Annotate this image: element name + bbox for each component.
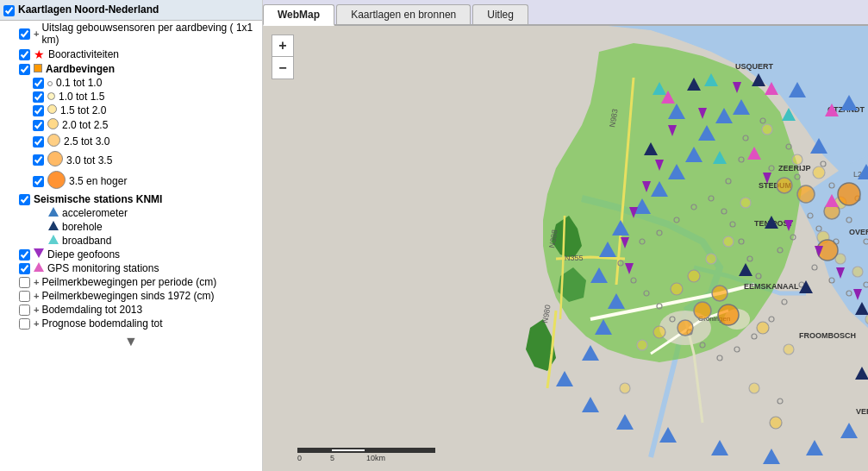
eq15-checkbox[interactable] bbox=[33, 91, 44, 103]
scroll-down-arrow[interactable]: ▼ bbox=[0, 330, 262, 353]
svg-point-81 bbox=[688, 270, 700, 282]
purpletridown-icon bbox=[34, 248, 44, 261]
scale-label-0: 0 bbox=[297, 454, 330, 462]
broadband-label: broadband bbox=[62, 235, 111, 247]
svg-text:EEMSKANAAL: EEMSKANAAL bbox=[744, 282, 799, 291]
gps-checkbox[interactable] bbox=[19, 263, 30, 274]
seismisch-label: Seismische stations KNMI bbox=[34, 193, 162, 205]
scale-label-10: 10km bbox=[366, 454, 385, 462]
redstar-icon: ★ bbox=[34, 47, 45, 61]
sidebar-item-seismisch: Seismische stations KNMI bbox=[0, 192, 262, 206]
svg-text:FROOMBOSCH: FROOMBOSCH bbox=[799, 331, 856, 340]
map-svg: N983 N355 N980 N388 L2 USQUERT OTZANDT Z… bbox=[263, 26, 868, 471]
svg-point-100 bbox=[694, 302, 711, 319]
peil1-checkbox[interactable] bbox=[19, 277, 30, 288]
zoom-out-button[interactable]: − bbox=[272, 57, 294, 79]
borehole-label: borehole bbox=[62, 221, 103, 233]
svg-point-77 bbox=[852, 267, 863, 277]
svg-point-86 bbox=[784, 344, 794, 355]
eq25-icon bbox=[47, 118, 59, 132]
tab-kaartlagen[interactable]: Kaartlagen en bronnen bbox=[336, 4, 471, 24]
darktri-icon bbox=[48, 221, 59, 233]
svg-point-80 bbox=[706, 254, 716, 264]
svg-point-72 bbox=[792, 154, 802, 165]
svg-text:USQUERT: USQUERT bbox=[735, 62, 774, 71]
sidebar-item-gps: GPS monitoring stations bbox=[0, 261, 262, 275]
eq30-checkbox[interactable] bbox=[33, 136, 44, 148]
seismisch-checkbox[interactable] bbox=[19, 194, 30, 205]
sidebar-item-eq15: 1.0 tot 1.5 bbox=[0, 90, 262, 104]
peil2-checkbox[interactable] bbox=[19, 291, 30, 302]
sidebar-item-eq01: 0.1 tot 1.0 bbox=[0, 76, 262, 90]
zoom-in-button[interactable]: + bbox=[272, 35, 294, 57]
sidebar-item-bodem2013: + Bodemdaling tot 2013 bbox=[0, 303, 262, 317]
sidebar-item-boor: ★ Booractiviteiten bbox=[0, 47, 262, 62]
right-panel: WebMap Kaartlagen en bronnen Uitleg bbox=[263, 0, 868, 471]
svg-point-92 bbox=[770, 417, 782, 429]
pinktri-icon bbox=[34, 262, 44, 274]
eq01-icon bbox=[47, 77, 53, 89]
plus-icon: + bbox=[34, 28, 39, 39]
bodem2013-label: Bodemdaling tot 2013 bbox=[41, 304, 142, 316]
svg-point-71 bbox=[762, 124, 772, 135]
eq25-checkbox[interactable] bbox=[33, 120, 44, 131]
svg-point-82 bbox=[671, 283, 683, 295]
diepe-checkbox[interactable] bbox=[19, 249, 30, 261]
svg-point-93 bbox=[620, 383, 630, 393]
scale-bar: 0 5 10km bbox=[297, 448, 435, 462]
eq30-label: 2.5 tot 3.0 bbox=[64, 135, 109, 148]
sidebar-item-uitslag: + Uitslag gebouwsensoren per aardbeving … bbox=[0, 21, 262, 47]
eq30-icon bbox=[47, 134, 60, 149]
gps-label: GPS monitoring stations bbox=[47, 262, 159, 274]
eq35-label: 3.0 tot 3.5 bbox=[66, 154, 112, 166]
aard-label: Aardbevingen bbox=[46, 63, 115, 75]
aard-checkbox[interactable] bbox=[19, 64, 30, 75]
sidebar-item-aardbevingen: Aardbevingen bbox=[0, 62, 262, 76]
acc-label: accelerometer bbox=[62, 207, 128, 219]
sidebar: Kaartlagen Noord-Nederland + Uitslag geb… bbox=[0, 0, 263, 471]
tab-uitleg[interactable]: Uitleg bbox=[472, 4, 528, 24]
sidebar-item-acc: accelerometer bbox=[0, 206, 262, 220]
svg-text:ZEERIJP: ZEERIJP bbox=[778, 164, 811, 173]
bodem2013-checkbox[interactable] bbox=[19, 305, 30, 316]
eq40-label: 3.5 en hoger bbox=[69, 175, 127, 187]
svg-text:VEENDAM: VEENDAM bbox=[856, 407, 868, 416]
eq40-checkbox[interactable] bbox=[33, 176, 44, 187]
eq35-icon bbox=[47, 151, 63, 169]
zoom-controls: + − bbox=[272, 35, 294, 79]
prognose-checkbox[interactable] bbox=[19, 318, 30, 330]
peil1-label: Peilmerkbewegingen per periode (cm) bbox=[41, 276, 216, 288]
diepe-label: Diepe geofoons bbox=[47, 248, 120, 261]
svg-point-85 bbox=[757, 322, 769, 334]
eq35-checkbox[interactable] bbox=[33, 154, 44, 166]
plus-icon3: + bbox=[34, 291, 39, 301]
svg-text:OVERSCHILD: OVERSCHILD bbox=[849, 228, 868, 236]
plus-icon4: + bbox=[34, 305, 39, 315]
sidebar-item-broadband: broadband bbox=[0, 234, 262, 248]
eq20-checkbox[interactable] bbox=[33, 105, 44, 116]
cyantri-icon bbox=[48, 235, 59, 247]
svg-point-79 bbox=[723, 236, 734, 247]
eq15-icon bbox=[47, 91, 55, 103]
uitslag-checkbox[interactable] bbox=[19, 28, 30, 40]
svg-point-104 bbox=[718, 305, 739, 325]
aard-icon bbox=[34, 63, 42, 75]
svg-point-99 bbox=[712, 286, 727, 301]
boor-checkbox[interactable] bbox=[19, 49, 30, 60]
sidebar-item-diepe: Diepe geofoons bbox=[0, 248, 262, 261]
eq40-icon bbox=[47, 171, 66, 192]
eq01-label: 0.1 tot 1.0 bbox=[56, 77, 102, 89]
svg-point-95 bbox=[797, 185, 815, 203]
map-container[interactable]: N983 N355 N980 N388 L2 USQUERT OTZANDT Z… bbox=[263, 26, 868, 471]
main-checkbox[interactable] bbox=[3, 5, 15, 16]
svg-point-91 bbox=[749, 383, 759, 393]
svg-point-83 bbox=[653, 326, 665, 338]
uitslag-label: Uitslag gebouwsensoren per aardbeving ( … bbox=[41, 22, 259, 46]
tab-bar: WebMap Kaartlagen en bronnen Uitleg bbox=[263, 0, 868, 26]
sidebar-title: Kaartlagen Noord-Nederland bbox=[18, 3, 159, 16]
sidebar-item-prognose: + Prognose bodemdaling tot bbox=[0, 317, 262, 330]
tab-webmap[interactable]: WebMap bbox=[263, 4, 334, 26]
sidebar-item-eq40: 3.5 en hoger bbox=[0, 170, 262, 192]
svg-text:N355: N355 bbox=[565, 254, 584, 262]
eq01-checkbox[interactable] bbox=[33, 78, 44, 89]
